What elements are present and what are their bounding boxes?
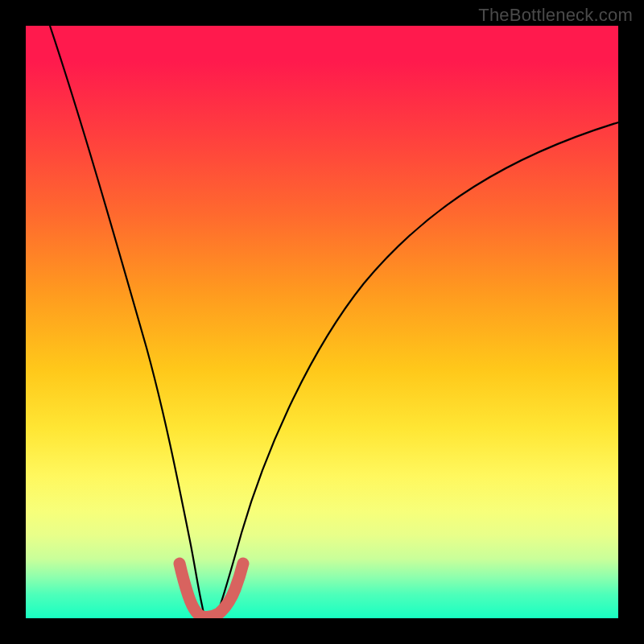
bottleneck-curve: [50, 26, 618, 618]
u-marker: [180, 564, 243, 617]
curve-layer: [26, 26, 618, 618]
chart-frame: TheBottleneck.com: [0, 0, 644, 644]
watermark-text: TheBottleneck.com: [478, 5, 633, 26]
plot-area: [26, 26, 618, 618]
